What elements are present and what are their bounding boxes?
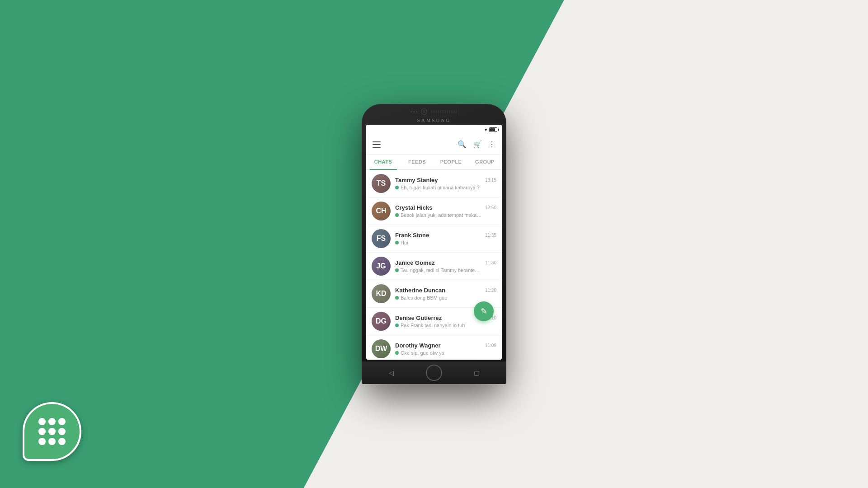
menu-line xyxy=(373,144,381,145)
logo-dot xyxy=(58,438,66,445)
online-status-dot xyxy=(395,241,399,244)
camera-dot xyxy=(413,111,415,113)
chat-preview: Bales dong BBM gue xyxy=(395,295,496,300)
avatar: FS xyxy=(372,229,391,248)
tab-people[interactable]: PEOPLE xyxy=(434,155,468,169)
chat-header: Katherine Duncan 11:20 xyxy=(395,287,496,294)
logo-dot xyxy=(58,428,66,435)
avatar: DG xyxy=(372,312,391,331)
chat-preview: Eh, tugas kuliah gimana kabarnya ? xyxy=(395,185,496,190)
chat-item[interactable]: DW Dorothy Wagner 11:09 Oke sip, gue otw… xyxy=(366,335,502,358)
chat-header: Frank Stone 11:35 xyxy=(395,232,496,239)
chat-item[interactable]: JG Janice Gomez 11:30 Tau nggak, tadi si… xyxy=(366,253,502,280)
back-button[interactable]: ◁ xyxy=(385,366,398,380)
avatar: JG xyxy=(372,257,391,276)
chat-preview: Oke sip, gue otw ya xyxy=(395,350,496,356)
avatar: KD xyxy=(372,284,391,303)
online-status-dot xyxy=(395,213,399,217)
chat-item[interactable]: CH Crystal Hicks 12:50 Besok jalan yuk, … xyxy=(366,197,502,225)
chat-content: Katherine Duncan 11:20 Bales dong BBM gu… xyxy=(395,287,496,300)
chat-content: Crystal Hicks 12:50 Besok jalan yuk, ada… xyxy=(395,204,496,218)
chat-content: Frank Stone 11:35 Hai xyxy=(395,232,496,245)
logo-dot xyxy=(38,438,46,445)
chat-item[interactable]: TS Tammy Stanley 13:15 Eh, tugas kuliah … xyxy=(366,170,502,197)
avatar: TS xyxy=(372,174,391,193)
phone-shell: SAMSUNG ▾ 🔍 🛒 ⋮ xyxy=(362,104,506,384)
bottom-navigation: ◁ ▢ xyxy=(362,361,506,384)
wifi-icon: ▾ xyxy=(485,127,487,133)
status-bar: ▾ xyxy=(366,125,502,135)
top-icons-group: 🔍 🛒 ⋮ xyxy=(458,140,495,149)
avatar: DW xyxy=(372,339,391,358)
logo-dot xyxy=(38,428,46,435)
samsung-brand-label: SAMSUNG xyxy=(366,117,502,123)
more-options-icon[interactable]: ⋮ xyxy=(488,140,495,149)
battery-icon xyxy=(489,127,497,132)
hamburger-menu-icon[interactable] xyxy=(373,141,381,148)
chat-preview: Besok jalan yuk, ada tempat makan enak xyxy=(395,212,496,218)
logo-dot xyxy=(48,438,56,445)
chat-list: TS Tammy Stanley 13:15 Eh, tugas kuliah … xyxy=(366,170,502,358)
chat-item[interactable]: FS Frank Stone 11:35 Hai xyxy=(366,225,502,253)
tab-feeds[interactable]: FEEDS xyxy=(400,155,434,169)
phone-screen: ▾ 🔍 🛒 ⋮ xyxy=(366,125,502,360)
online-status-dot xyxy=(395,186,399,189)
top-bar: 🔍 🛒 ⋮ xyxy=(366,135,502,155)
online-status-dot xyxy=(395,324,399,327)
chat-preview: Tau nggak, tadi si Tammy berantem sama p… xyxy=(395,267,496,273)
camera-bar xyxy=(366,108,502,115)
camera-dot xyxy=(416,111,417,113)
new-chat-fab-button[interactable]: ✎ xyxy=(474,301,494,321)
back-icon: ◁ xyxy=(389,369,394,376)
online-status-dot xyxy=(395,351,399,355)
logo-dot xyxy=(38,418,46,425)
logo-dot xyxy=(58,418,66,425)
online-status-dot xyxy=(395,268,399,272)
chat-content: Dorothy Wagner 11:09 Oke sip, gue otw ya xyxy=(395,342,496,356)
home-button[interactable] xyxy=(426,365,442,381)
search-icon[interactable]: 🔍 xyxy=(458,140,467,149)
recent-apps-button[interactable]: ▢ xyxy=(470,366,483,380)
tab-chats[interactable]: CHATS xyxy=(366,155,400,169)
menu-line xyxy=(373,147,381,148)
logo-dot xyxy=(48,428,56,435)
phone-container: SAMSUNG ▾ 🔍 🛒 ⋮ xyxy=(362,104,506,384)
menu-line xyxy=(373,141,381,142)
online-status-dot xyxy=(395,296,399,300)
camera-dot xyxy=(410,111,412,113)
chat-header: Tammy Stanley 13:15 xyxy=(395,177,496,183)
new-chat-icon: ✎ xyxy=(481,306,487,316)
chat-header: Crystal Hicks 12:50 xyxy=(395,204,496,211)
avatar: CH xyxy=(372,202,391,221)
tabs-container: CHATS FEEDS PEOPLE GROUP xyxy=(366,155,502,170)
chat-header: Janice Gomez 11:30 xyxy=(395,259,496,266)
chat-preview: Hai xyxy=(395,240,496,245)
chat-content: Janice Gomez 11:30 Tau nggak, tadi si Ta… xyxy=(395,259,496,273)
logo-dot xyxy=(48,418,56,425)
tab-group[interactable]: GROUP xyxy=(468,155,502,169)
camera-lens xyxy=(421,108,427,115)
chat-header: Dorothy Wagner 11:09 xyxy=(395,342,496,349)
chat-content: Tammy Stanley 13:15 Eh, tugas kuliah gim… xyxy=(395,177,496,190)
cart-icon[interactable]: 🛒 xyxy=(473,140,482,149)
speaker-grille xyxy=(431,110,458,113)
app-logo xyxy=(23,402,81,461)
chat-preview: Pak Frank tadi nanyain lo tuh xyxy=(395,323,496,328)
recent-apps-icon: ▢ xyxy=(474,369,480,376)
